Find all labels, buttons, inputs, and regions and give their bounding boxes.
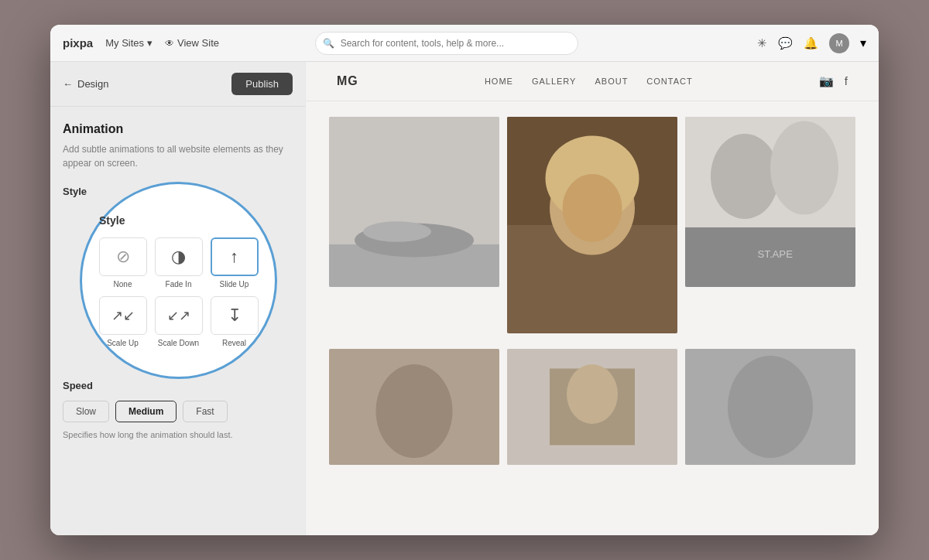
- gallery-image-5: [507, 349, 677, 465]
- style-item-fade-in: ◑ Fade In: [155, 237, 203, 289]
- nav-link-about[interactable]: ABOUT: [595, 77, 628, 86]
- speed-description: Specifies how long the animation should …: [63, 430, 293, 439]
- style-slide-up-label: Slide Up: [220, 280, 249, 289]
- svg-point-18: [567, 364, 618, 424]
- facebook-icon[interactable]: f: [845, 74, 848, 88]
- preview-area: MG HOME GALLERY ABOUT CONTACT 📷 f: [306, 62, 879, 535]
- circle-style-grid: ⊘ None ◑ Fade In ↑ Slide Up: [85, 237, 273, 347]
- speed-slow-button[interactable]: Slow: [63, 401, 109, 422]
- topbar: pixpa My Sites 👁 View Site 🔍 ✳ 💬 🔔 M: [50, 25, 879, 62]
- eye-icon: 👁: [165, 38, 174, 49]
- topbar-right: ✳ 💬 🔔 M: [757, 33, 866, 53]
- animation-style-circle-overlay: Style ⊘ None ◑ Fade In: [80, 182, 277, 379]
- svg-point-10: [711, 134, 779, 219]
- avatar-chevron-icon[interactable]: [860, 36, 866, 50]
- speed-medium-button[interactable]: Medium: [115, 401, 177, 422]
- chevron-down-icon: [147, 37, 153, 49]
- style-item-slide-up: ↑ Slide Up: [211, 237, 259, 289]
- style-item-reveal: ↧ Reveal: [211, 296, 259, 347]
- speed-section: Speed Slow Medium Fast Specifies how lon…: [63, 380, 293, 439]
- gallery-image-1: [329, 117, 499, 287]
- style-scale-down-label: Scale Down: [158, 339, 199, 347]
- scale-down-icon: ↙↗: [167, 307, 190, 324]
- chat-icon[interactable]: 💬: [778, 36, 793, 50]
- svg-point-11: [770, 121, 838, 215]
- my-sites-menu[interactable]: My Sites: [105, 37, 153, 49]
- bell-icon[interactable]: 🔔: [804, 36, 818, 50]
- svg-point-8: [563, 174, 622, 242]
- gallery-image-3: ST.APE: [685, 117, 855, 287]
- style-reveal-label: Reveal: [222, 339, 246, 347]
- style-box-scale-up[interactable]: ↗↙: [99, 296, 147, 335]
- nav-link-home[interactable]: HOME: [485, 77, 513, 86]
- nav-link-gallery[interactable]: GALLERY: [532, 77, 577, 86]
- style-box-scale-down[interactable]: ↙↗: [155, 296, 203, 335]
- none-icon: ⊘: [116, 247, 130, 267]
- style-box-fade-in[interactable]: ◑: [155, 237, 203, 276]
- reveal-icon: ↧: [228, 306, 242, 326]
- view-site-button[interactable]: 👁 View Site: [165, 37, 219, 49]
- style-item-none: ⊘ None: [99, 237, 147, 289]
- style-box-none[interactable]: ⊘: [99, 237, 147, 276]
- style-item-scale-down: ↙↗ Scale Down: [155, 296, 203, 347]
- speed-buttons: Slow Medium Fast: [63, 401, 293, 422]
- slide-up-icon: ↑: [230, 247, 238, 267]
- sidebar: ← Design Publish Animation Add subtle an…: [50, 62, 306, 535]
- gallery-image-6: [685, 349, 855, 465]
- style-none-label: None: [114, 280, 132, 289]
- search-bar: 🔍: [315, 32, 578, 55]
- animation-desc: Add subtle animations to all website ele…: [63, 142, 293, 170]
- search-icon: 🔍: [323, 38, 334, 49]
- app-logo: pixpa: [63, 36, 93, 50]
- preview-site-logo: MG: [337, 74, 358, 88]
- style-item-scale-up: ↗↙ Scale Up: [99, 296, 147, 347]
- avatar[interactable]: M: [829, 33, 849, 53]
- gallery-row-2: [306, 349, 879, 480]
- style-fade-in-label: Fade In: [166, 280, 192, 289]
- sun-icon[interactable]: ✳: [757, 36, 767, 50]
- preview-nav: MG HOME GALLERY ABOUT CONTACT 📷 f: [306, 62, 879, 101]
- gallery-image-2: [507, 117, 677, 333]
- speed-fast-button[interactable]: Fast: [183, 401, 227, 422]
- style-scale-up-label: Scale Up: [107, 339, 139, 347]
- svg-text:ST.APE: ST.APE: [758, 248, 794, 260]
- animation-title: Animation: [63, 122, 293, 136]
- instagram-icon[interactable]: 📷: [819, 74, 834, 88]
- svg-point-15: [376, 364, 453, 458]
- speed-label: Speed: [63, 380, 293, 391]
- preview-social-icons: 📷 f: [819, 74, 848, 88]
- scale-up-icon: ↗↙: [111, 307, 135, 324]
- style-box-slide-up[interactable]: ↑: [211, 237, 259, 276]
- svg-point-3: [363, 221, 431, 241]
- preview-nav-links: HOME GALLERY ABOUT CONTACT: [485, 77, 693, 86]
- gallery-image-4: [329, 349, 499, 465]
- search-input[interactable]: [315, 32, 578, 55]
- nav-link-contact[interactable]: CONTACT: [646, 77, 692, 86]
- back-to-design-button[interactable]: ← Design: [63, 78, 108, 90]
- gallery-row-1: ST.APE: [306, 101, 879, 349]
- app-window: pixpa My Sites 👁 View Site 🔍 ✳ 💬 🔔 M: [50, 25, 879, 535]
- style-box-reveal[interactable]: ↧: [211, 296, 259, 335]
- main-layout: ← Design Publish Animation Add subtle an…: [50, 62, 879, 535]
- arrow-left-icon: ←: [63, 78, 73, 90]
- circle-style-label: Style: [82, 214, 125, 227]
- svg-point-20: [728, 356, 813, 458]
- fade-in-icon: ◑: [171, 247, 186, 267]
- sidebar-header: ← Design Publish: [50, 62, 305, 107]
- publish-button[interactable]: Publish: [231, 73, 293, 95]
